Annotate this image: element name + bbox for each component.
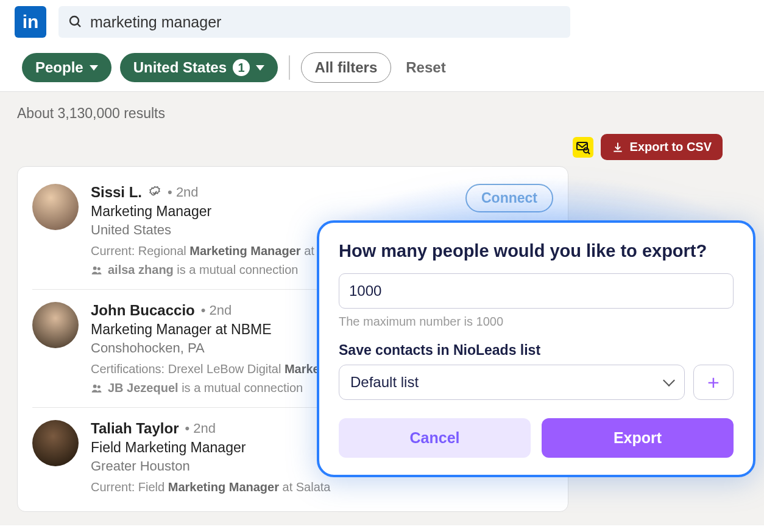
search-icon [68, 15, 83, 29]
filter-location-label: United States [133, 59, 227, 76]
filter-people[interactable]: People [22, 53, 111, 82]
verified-icon [148, 186, 161, 199]
svg-point-8 [97, 385, 101, 388]
chevron-down-icon [256, 65, 264, 71]
chevron-down-icon [663, 374, 675, 387]
filter-reset[interactable]: Reset [406, 59, 445, 76]
linkedin-logo[interactable]: in [15, 6, 46, 38]
search-box[interactable] [58, 6, 570, 38]
export-count-input[interactable] [339, 273, 734, 309]
people-icon [91, 264, 103, 276]
export-dialog-wrapper: How many people would you like to export… [317, 220, 755, 477]
result-name[interactable]: Taliah Taylor [91, 420, 179, 437]
svg-line-1 [77, 24, 80, 27]
filter-bar: People United States 1 All filters Reset [0, 44, 764, 92]
svg-point-6 [97, 267, 101, 270]
svg-rect-2 [577, 142, 587, 150]
connection-degree: • 2nd [168, 184, 199, 200]
separator [289, 55, 290, 80]
filter-all-label: All filters [315, 59, 378, 76]
avatar[interactable] [32, 302, 79, 348]
export-csv-button[interactable]: Export to CSV [601, 134, 723, 160]
list-select[interactable]: Default list [339, 365, 685, 400]
svg-point-7 [93, 384, 97, 388]
avatar[interactable] [32, 420, 79, 466]
chevron-down-icon [90, 65, 98, 71]
export-dialog: How many people would you like to export… [317, 220, 755, 477]
save-list-label: Save contacts in NioLeads list [339, 342, 734, 359]
connection-degree: • 2nd [201, 303, 232, 318]
svg-line-4 [588, 152, 590, 154]
export-csv-label: Export to CSV [630, 140, 712, 154]
search-input[interactable] [90, 13, 561, 31]
avatar[interactable] [32, 184, 79, 230]
export-count-hint: The maximum number is 1000 [339, 315, 734, 329]
results-count: About 3,130,000 results [17, 105, 747, 122]
svg-point-0 [70, 16, 79, 25]
list-select-value: Default list [350, 374, 419, 391]
add-list-button[interactable]: + [693, 365, 734, 400]
download-icon [612, 141, 624, 153]
cancel-button[interactable]: Cancel [339, 418, 531, 458]
top-bar: in [0, 0, 764, 44]
dialog-title: How many people would you like to export… [339, 241, 734, 261]
connection-degree: • 2nd [185, 421, 216, 436]
find-email-button[interactable] [573, 137, 593, 158]
export-row: Export to CSV [17, 134, 723, 160]
people-icon [91, 382, 103, 394]
filter-all[interactable]: All filters [301, 52, 392, 83]
filter-location[interactable]: United States 1 [120, 53, 278, 82]
filter-people-label: People [35, 59, 83, 76]
result-name[interactable]: Sissi L. [91, 184, 142, 201]
filter-location-badge: 1 [233, 59, 250, 76]
result-name[interactable]: John Bucaccio [91, 302, 195, 319]
result-current: Current: Field Marketing Manager at Sala… [91, 480, 553, 494]
export-button[interactable]: Export [542, 418, 734, 458]
plus-icon: + [707, 371, 720, 394]
svg-point-5 [93, 266, 97, 270]
